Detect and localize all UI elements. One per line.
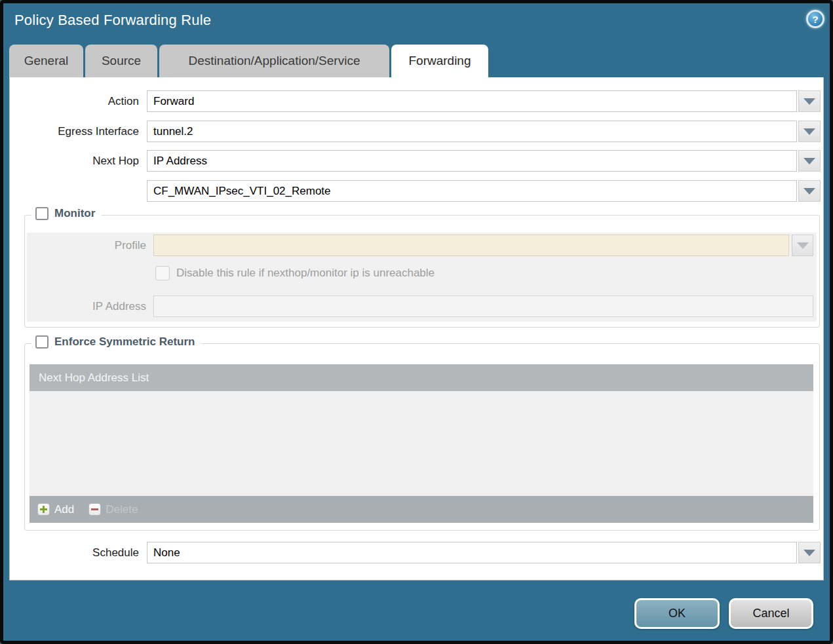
help-icon[interactable]: [806, 10, 824, 28]
action-select[interactable]: Forward: [147, 90, 797, 112]
monitor-ip-address-input: [153, 295, 813, 317]
chevron-down-icon: [804, 158, 815, 164]
profile-select: [153, 235, 789, 256]
tab-destination-application-service[interactable]: Destination/Application/Service: [159, 45, 389, 77]
add-button[interactable]: Add: [37, 503, 74, 516]
tab-general[interactable]: General: [9, 45, 83, 77]
schedule-dropdown-button[interactable]: [798, 542, 821, 563]
profile-label: Profile: [10, 235, 146, 256]
next-hop-type-dropdown-button[interactable]: [798, 150, 821, 172]
tab-bar: General Source Destination/Application/S…: [9, 45, 488, 77]
next-hop-address-list-body: [29, 391, 813, 496]
action-dropdown-button[interactable]: [798, 90, 821, 112]
egress-interface-label: Egress Interface: [10, 121, 139, 142]
cancel-button[interactable]: Cancel: [729, 598, 813, 629]
next-hop-label: Next Hop: [10, 150, 139, 172]
profile-dropdown-button: [792, 235, 813, 256]
monitor-legend: Monitor: [31, 207, 102, 220]
egress-interface-select[interactable]: tunnel.2: [147, 121, 797, 142]
next-hop-address-list-toolbar: Add Delete: [29, 496, 813, 523]
next-hop-address-select[interactable]: CF_MWAN_IPsec_VTI_02_Remote: [147, 180, 797, 202]
egress-interface-dropdown-button[interactable]: [798, 121, 821, 142]
schedule-label: Schedule: [10, 542, 139, 563]
forwarding-tab-panel: Action Forward Egress Interface tunnel.2…: [9, 77, 824, 580]
chevron-down-icon: [804, 128, 815, 135]
plus-icon: [37, 503, 50, 516]
pbf-rule-dialog: Policy Based Forwarding Rule General Sou…: [0, 0, 833, 644]
monitor-legend-label: Monitor: [54, 207, 95, 220]
chevron-down-icon: [804, 188, 815, 195]
symmetric-return-checkbox[interactable]: [35, 335, 48, 349]
delete-button: Delete: [88, 503, 138, 516]
next-hop-address-table: Next Hop Address List Add Delete: [29, 364, 813, 523]
monitor-checkbox[interactable]: [35, 207, 48, 220]
ok-button[interactable]: OK: [634, 598, 720, 629]
monitor-ip-address-label: IP Address: [10, 295, 146, 317]
chevron-down-icon: [804, 98, 815, 105]
symmetric-return-legend-label: Enforce Symmetric Return: [54, 335, 195, 349]
tab-source[interactable]: Source: [85, 45, 157, 77]
dialog-title: Policy Based Forwarding Rule: [14, 12, 211, 29]
next-hop-address-list-header: Next Hop Address List: [29, 364, 813, 391]
delete-button-label: Delete: [106, 503, 138, 516]
chevron-down-icon: [804, 550, 815, 556]
next-hop-address-dropdown-button[interactable]: [798, 180, 821, 202]
symmetric-return-legend: Enforce Symmetric Return: [31, 335, 201, 349]
minus-icon: [88, 503, 101, 516]
schedule-select[interactable]: None: [147, 542, 797, 563]
disable-rule-checkbox: [155, 266, 170, 280]
disable-rule-label: Disable this rule if nexthop/monitor ip …: [176, 266, 435, 280]
next-hop-type-select[interactable]: IP Address: [147, 150, 797, 172]
action-label: Action: [10, 90, 139, 112]
add-button-label: Add: [54, 503, 74, 516]
chevron-down-icon: [797, 242, 809, 249]
tab-forwarding[interactable]: Forwarding: [391, 45, 488, 77]
